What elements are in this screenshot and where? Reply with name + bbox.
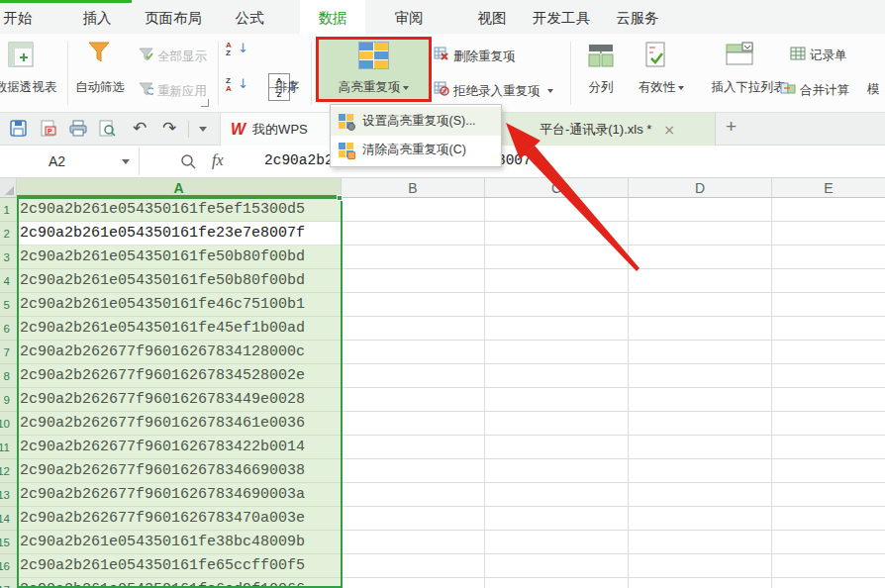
new-tab-button[interactable]: + bbox=[726, 116, 737, 138]
cell-e[interactable] bbox=[772, 554, 885, 578]
cell-a[interactable]: 2c90a2b261e054350161fe50b80f00bd bbox=[17, 269, 342, 293]
cell-b[interactable] bbox=[342, 198, 485, 222]
row-header[interactable]: 15 bbox=[0, 531, 17, 554]
cell-e[interactable] bbox=[772, 317, 885, 341]
tab-view[interactable]: 视图 bbox=[464, 0, 520, 34]
tab-data[interactable]: 数据 bbox=[300, 0, 365, 34]
row-header[interactable]: 12 bbox=[0, 459, 17, 483]
cell-d[interactable] bbox=[629, 198, 772, 222]
pivot-table-button[interactable]: 数据透视表 bbox=[0, 79, 65, 95]
tab-formulas[interactable]: 公式 bbox=[222, 0, 277, 34]
row-header[interactable]: 5 bbox=[0, 293, 17, 317]
cell-c[interactable] bbox=[485, 578, 629, 588]
row-header[interactable]: 1 bbox=[0, 198, 17, 222]
tab-insert[interactable]: 插入 bbox=[69, 0, 125, 34]
cell-a[interactable]: 2c90a2b262677f9601626783449e0028 bbox=[17, 388, 342, 412]
text-to-columns-button[interactable]: 分列 bbox=[574, 79, 628, 95]
cell-d[interactable] bbox=[629, 317, 772, 341]
row-header[interactable]: 10 bbox=[0, 412, 17, 436]
cell-d[interactable] bbox=[629, 341, 772, 364]
cell-c[interactable] bbox=[485, 436, 629, 459]
cell-e[interactable] bbox=[772, 364, 885, 388]
cell-d[interactable] bbox=[629, 412, 772, 436]
highlight-duplicates-label[interactable]: 高亮重复项 bbox=[319, 79, 429, 95]
cell-a[interactable]: 2c90a2b261e054350161fe45ef1b00ad bbox=[17, 317, 342, 341]
cell-a[interactable]: 2c90a2b262677f960162678346690038 bbox=[17, 459, 342, 483]
cell-d[interactable] bbox=[629, 364, 772, 388]
cell-d[interactable] bbox=[629, 483, 772, 507]
name-box[interactable]: A2 bbox=[0, 146, 114, 177]
cell-c[interactable] bbox=[485, 531, 629, 554]
cell-e[interactable] bbox=[772, 388, 885, 412]
cell-b[interactable] bbox=[342, 269, 485, 293]
row-header[interactable]: 4 bbox=[0, 269, 17, 293]
undo-icon[interactable]: ↶ bbox=[133, 118, 147, 138]
cell-d[interactable] bbox=[629, 459, 772, 483]
cell-e[interactable] bbox=[772, 198, 885, 222]
cell-b[interactable] bbox=[342, 222, 485, 245]
cell-a[interactable]: 2c90a2b262677f9601626783470a003e bbox=[17, 507, 342, 531]
insert-function-fx-button[interactable]: fx bbox=[212, 151, 224, 169]
tab-cloud[interactable]: 云服务 bbox=[604, 0, 671, 34]
cell-a[interactable]: 2c90a2b261e054350161fe46c75100b1 bbox=[17, 293, 342, 317]
row-header[interactable]: 8 bbox=[0, 364, 17, 388]
cell-e[interactable] bbox=[772, 293, 885, 317]
row-header[interactable]: 13 bbox=[0, 483, 17, 507]
column-header-c[interactable]: C bbox=[485, 178, 629, 198]
cell-e[interactable] bbox=[772, 459, 885, 483]
cell-b[interactable] bbox=[342, 412, 485, 436]
cell-a[interactable]: 2c90a2b261e054350161fe65ccff00f5 bbox=[17, 554, 342, 578]
cell-e[interactable] bbox=[772, 483, 885, 507]
row-header[interactable]: 11 bbox=[0, 436, 17, 459]
cell-b[interactable] bbox=[342, 531, 485, 554]
print-icon[interactable] bbox=[69, 120, 87, 138]
cell-c[interactable] bbox=[485, 388, 629, 412]
cell-d[interactable] bbox=[629, 245, 772, 269]
cell-b[interactable] bbox=[342, 459, 485, 483]
cell-b[interactable] bbox=[342, 245, 485, 269]
cell-c[interactable] bbox=[485, 293, 629, 317]
cell-e[interactable] bbox=[772, 436, 885, 459]
cell-d[interactable] bbox=[629, 269, 772, 293]
cell-c[interactable] bbox=[485, 507, 629, 531]
cell-b[interactable] bbox=[342, 364, 485, 388]
cell-a[interactable]: 2c90a2b261e054350161fe50b80f00bd bbox=[17, 245, 342, 269]
cell-d[interactable] bbox=[629, 578, 772, 588]
export-pdf-icon[interactable]: P bbox=[40, 120, 57, 138]
tab-home[interactable]: 开始 bbox=[0, 0, 46, 34]
cell-a[interactable]: 2c90a2b261e054350161fe23e7e8007f bbox=[17, 222, 342, 245]
cell-c[interactable] bbox=[485, 222, 629, 245]
cell-c[interactable] bbox=[485, 459, 629, 483]
save-icon[interactable] bbox=[10, 120, 28, 138]
reapply-button[interactable]: 重新应用 bbox=[139, 82, 207, 100]
sort-button[interactable]: 排序 bbox=[260, 79, 314, 95]
cell-a[interactable]: 2c90a2b262677f96016267834690003a bbox=[17, 483, 342, 507]
row-header[interactable]: 17 bbox=[0, 578, 17, 588]
column-header-b[interactable]: B bbox=[342, 178, 485, 198]
cell-c[interactable] bbox=[485, 245, 629, 269]
cell-a[interactable]: 2c90a2b261e054350161fe5ef15300d5 bbox=[17, 198, 342, 222]
cell-b[interactable] bbox=[342, 436, 485, 459]
cell-c[interactable] bbox=[485, 317, 629, 341]
tab-page-layout[interactable]: 页面布局 bbox=[134, 0, 213, 34]
column-header-a[interactable]: A bbox=[17, 178, 342, 198]
cell-c[interactable] bbox=[485, 341, 629, 364]
redo-icon[interactable]: ↷ bbox=[162, 118, 176, 138]
record-form-button[interactable]: 记录单 bbox=[790, 47, 847, 64]
reject-duplicates-button[interactable]: 拒绝录入重复项 bbox=[434, 81, 553, 100]
menu-item-clear-highlight-duplicates[interactable]: 清除高亮重复项(C) bbox=[331, 136, 501, 164]
cell-c[interactable] bbox=[485, 198, 629, 222]
cell-c[interactable] bbox=[485, 483, 629, 507]
row-header[interactable]: 14 bbox=[0, 507, 17, 531]
cell-a[interactable]: 2c90a2b262677f9601626783461e0036 bbox=[17, 412, 342, 436]
row-header[interactable]: 2 bbox=[0, 222, 17, 245]
cell-c[interactable] bbox=[485, 364, 629, 388]
menu-item-set-highlight-duplicates[interactable]: 设置高亮重复项(S)... bbox=[331, 107, 501, 136]
cell-a[interactable]: 2c90a2b261e054350161fe38bc48009b bbox=[17, 531, 342, 554]
workbook-file-tab[interactable]: 平台-通讯录(1).xls * × bbox=[500, 113, 716, 146]
cell-a[interactable]: 2c90a2b262677f96016267834528002e bbox=[17, 364, 342, 388]
cell-b[interactable] bbox=[342, 293, 485, 317]
cell-b[interactable] bbox=[342, 507, 485, 531]
cell-d[interactable] bbox=[629, 388, 772, 412]
cell-b[interactable] bbox=[342, 341, 485, 364]
